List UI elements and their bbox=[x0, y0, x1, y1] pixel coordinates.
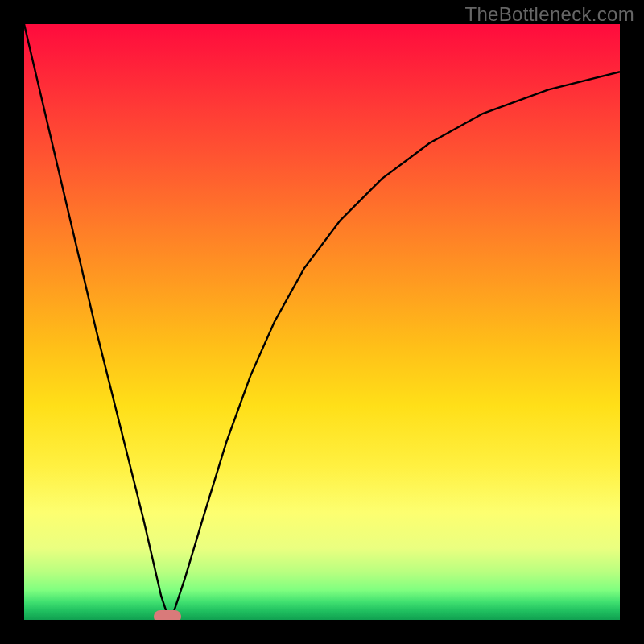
chart-frame: TheBottleneck.com bbox=[0, 0, 644, 644]
bottleneck-curve bbox=[24, 24, 620, 620]
plot-area bbox=[24, 24, 620, 620]
watermark-text: TheBottleneck.com bbox=[464, 3, 634, 26]
optimum-marker bbox=[154, 610, 181, 620]
